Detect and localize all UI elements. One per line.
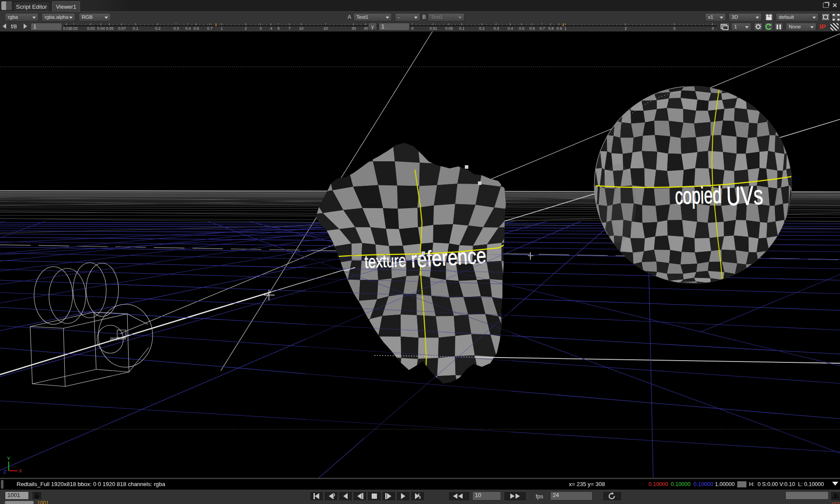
- svg-text:UVs: UVs: [726, 180, 763, 211]
- svg-text:copied: copied: [675, 181, 722, 209]
- svg-text:X: X: [19, 468, 22, 473]
- svg-text:texture: texture: [364, 250, 407, 272]
- svg-text:Z: Z: [3, 469, 7, 474]
- svg-text:Y: Y: [7, 456, 10, 461]
- svg-text:projCam: projCam: [110, 336, 126, 341]
